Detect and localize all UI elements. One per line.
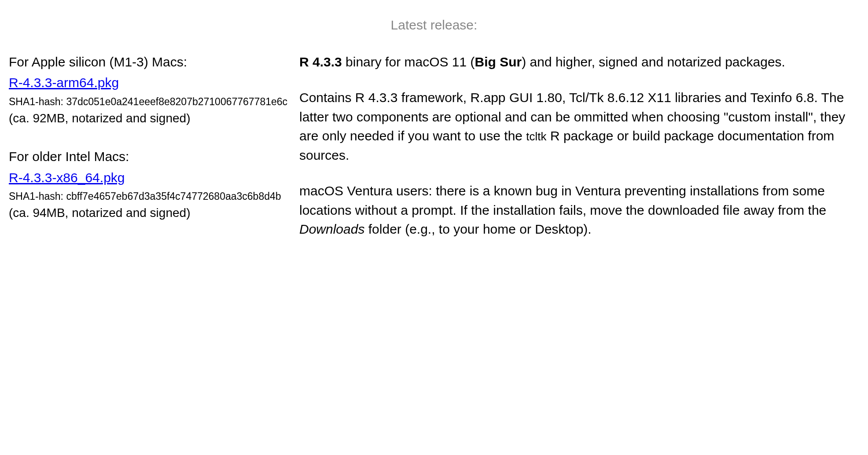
- hash-value-intel: cbff7e4657eb67d3a35f4c74772680aa3c6b8d4b: [66, 191, 281, 202]
- content-container: For Apple silicon (M1-3) Macs: R-4.3.3-a…: [9, 52, 859, 256]
- download-block-intel: For older Intel Macs: R-4.3.3-x86_64.pkg…: [9, 147, 291, 222]
- size-line-arm: (ca. 92MB, notarized and signed): [9, 110, 291, 128]
- description-paragraph-2: Contains R 4.3.3 framework, R.app GUI 1.…: [299, 88, 859, 165]
- description-column: R 4.3.3 binary for macOS 11 (Big Sur) an…: [299, 52, 859, 256]
- version-bold: R 4.3.3: [299, 55, 342, 69]
- size-line-intel: (ca. 94MB, notarized and signed): [9, 204, 291, 222]
- p3-text-1: macOS Ventura users: there is a known bu…: [299, 183, 826, 217]
- hash-label-arm: SHA1-hash:: [9, 96, 66, 107]
- section-heading: Latest release:: [9, 15, 859, 35]
- osname-bold: Big Sur: [475, 55, 522, 69]
- hash-line-intel: SHA1-hash: cbff7e4657eb67d3a35f4c7477268…: [9, 190, 291, 203]
- description-paragraph-1: R 4.3.3 binary for macOS 11 (Big Sur) an…: [299, 52, 859, 72]
- download-link-arm[interactable]: R-4.3.3-arm64.pkg: [9, 75, 119, 90]
- downloads-column: For Apple silicon (M1-3) Macs: R-4.3.3-a…: [9, 52, 291, 256]
- p1-text-1: binary for macOS 11 (: [342, 55, 475, 69]
- downloads-italic: Downloads: [299, 222, 364, 236]
- p3-text-2: folder (e.g., to your home or Desktop).: [364, 222, 591, 236]
- hash-line-arm: SHA1-hash: 37dc051e0a241eeef8e8207b27100…: [9, 95, 291, 109]
- hash-label-intel: SHA1-hash:: [9, 191, 66, 202]
- p1-text-2: ) and higher, signed and notarized packa…: [522, 55, 785, 69]
- download-label-arm: For Apple silicon (M1-3) Macs:: [9, 52, 291, 72]
- hash-value-arm: 37dc051e0a241eeef8e8207b2710067767781e6c: [66, 96, 287, 107]
- tcltk-code: tcltk: [526, 130, 546, 143]
- download-label-intel: For older Intel Macs:: [9, 147, 291, 166]
- download-block-arm: For Apple silicon (M1-3) Macs: R-4.3.3-a…: [9, 52, 291, 128]
- download-link-intel[interactable]: R-4.3.3-x86_64.pkg: [9, 170, 125, 185]
- description-paragraph-3: macOS Ventura users: there is a known bu…: [299, 181, 859, 239]
